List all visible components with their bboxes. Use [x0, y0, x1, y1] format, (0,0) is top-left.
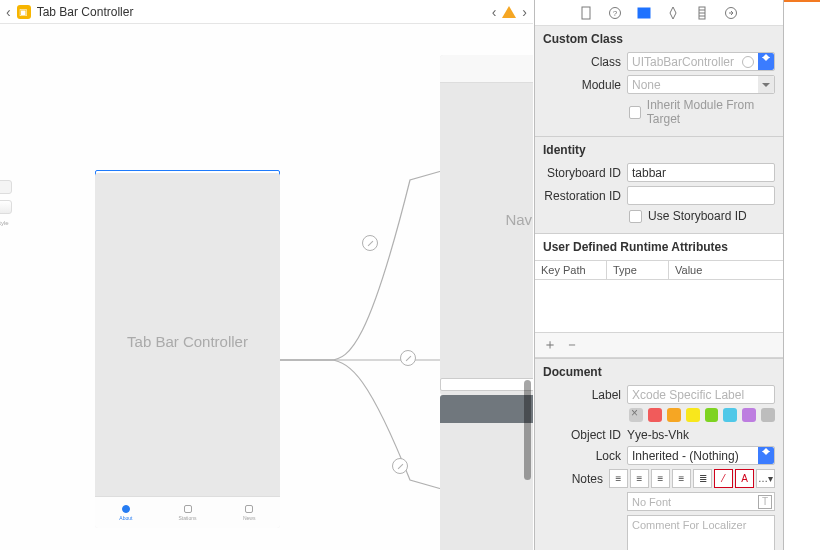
lock-combobox[interactable]: Inherited - (Nothing): [627, 446, 775, 465]
use-storyboard-id-checkbox[interactable]: [629, 210, 642, 223]
inspector-tabs: ?: [535, 0, 783, 26]
file-inspector-tab-icon[interactable]: [579, 6, 594, 20]
tab-label: About: [119, 515, 132, 521]
color-swatch-gray[interactable]: [761, 408, 775, 422]
connections-inspector-tab-icon[interactable]: [724, 6, 739, 20]
attributes-inspector-tab-icon[interactable]: [666, 6, 681, 20]
strike-button[interactable]: ∕: [714, 469, 733, 488]
section-heading: Identity: [543, 143, 775, 157]
class-value: UITabBarController: [632, 55, 734, 69]
align-center-button[interactable]: ≡: [630, 469, 649, 488]
restoration-id-input[interactable]: [627, 186, 775, 205]
use-storyboard-id-label: Use Storyboard ID: [648, 209, 747, 223]
module-combobox[interactable]: None: [627, 75, 775, 94]
object-id-value: Yye-bs-Vhk: [627, 428, 775, 442]
document-section: Document Label Xcode Specific Label × Ob…: [535, 359, 783, 550]
list-button[interactable]: ≣: [693, 469, 712, 488]
custom-class-section: Custom Class Class UITabBarController Mo…: [535, 26, 783, 137]
color-swatch-green[interactable]: [705, 408, 719, 422]
identity-inspector-panel: ? Custom Class Class UITabBarController …: [534, 0, 784, 550]
storyboard-file-icon: ▣: [17, 5, 31, 19]
warning-icon[interactable]: [502, 6, 516, 18]
color-swatch-none[interactable]: ×: [629, 408, 643, 422]
tab-label: News: [243, 515, 256, 521]
segue-badge-icon[interactable]: [362, 235, 378, 251]
breadcrumb-title[interactable]: Tab Bar Controller: [37, 5, 134, 19]
class-clear-icon[interactable]: [742, 56, 754, 68]
identity-inspector-tab-icon[interactable]: [637, 6, 652, 20]
class-combobox[interactable]: UITabBarController: [627, 52, 775, 71]
history-forward-arrow-icon[interactable]: ›: [522, 4, 527, 20]
align-right-button[interactable]: ≡: [651, 469, 670, 488]
more-tools-button[interactable]: …▾: [756, 469, 775, 488]
history-back-arrow-icon[interactable]: ‹: [492, 4, 497, 20]
help-inspector-tab-icon[interactable]: ?: [608, 6, 623, 20]
doc-label-placeholder: Xcode Specific Label: [632, 388, 744, 402]
storyboard-id-input[interactable]: tabbar: [627, 163, 775, 182]
tab-bar[interactable]: About Stations News: [95, 496, 280, 528]
scene-title-strip[interactable]: [440, 378, 533, 391]
bottom-scene[interactable]: [440, 395, 533, 550]
style-a-button[interactable]: A: [735, 469, 754, 488]
tabbar-controller-scene[interactable]: Tab Bar Controller About Stations News: [95, 173, 280, 528]
canvas-breadcrumb-bar: ‹ ▣ Tab Bar Controller ‹ ›: [0, 0, 533, 24]
scene-title: Tab Bar Controller: [95, 333, 280, 350]
restoration-id-label: Restoration ID: [543, 189, 621, 203]
doc-label-label: Label: [543, 388, 621, 402]
dropdown-caret-icon[interactable]: [758, 447, 774, 464]
notes-text-tools: ≡ ≡ ≡ ≡ ≣ ∕ A …▾: [609, 469, 775, 488]
udra-section: User Defined Runtime Attributes Key Path…: [535, 234, 783, 359]
segue-badge-icon[interactable]: [400, 350, 416, 366]
tab-item-about[interactable]: About: [95, 497, 157, 528]
module-value: None: [632, 78, 661, 92]
size-inspector-tab-icon[interactable]: [695, 6, 710, 20]
nav-bar-dark[interactable]: [440, 395, 533, 423]
lock-value: Inherited - (Nothing): [632, 449, 739, 463]
localizer-placeholder: Comment For Localizer: [632, 519, 746, 531]
module-label: Module: [543, 78, 621, 92]
udra-remove-button[interactable]: －: [565, 336, 579, 354]
font-placeholder: No Font: [632, 496, 671, 508]
canvas-offscreen-scene: Style: [0, 180, 12, 260]
segue-badge-icon[interactable]: [392, 458, 408, 474]
color-swatch-purple[interactable]: [742, 408, 756, 422]
tab-icon: [122, 505, 130, 513]
color-swatch-blue[interactable]: [723, 408, 737, 422]
udra-col-value[interactable]: Value: [669, 261, 783, 279]
svg-text:?: ?: [613, 9, 618, 18]
udra-table[interactable]: Key Path Type Value: [535, 260, 783, 332]
dropdown-caret-icon[interactable]: [758, 76, 774, 93]
scrollbar-thumb[interactable]: [524, 380, 531, 480]
section-heading: User Defined Runtime Attributes: [543, 240, 775, 254]
svg-rect-4: [640, 11, 643, 15]
storyboard-id-value: tabbar: [632, 166, 666, 180]
dropdown-caret-icon[interactable]: [758, 53, 774, 70]
section-heading: Document: [543, 365, 775, 379]
notes-label: Notes: [543, 472, 603, 486]
label-color-swatches: ×: [629, 408, 775, 422]
color-swatch-orange[interactable]: [667, 408, 681, 422]
localizer-comment-textarea[interactable]: Comment For Localizer: [627, 515, 775, 550]
class-label: Class: [543, 55, 621, 69]
color-swatch-yellow[interactable]: [686, 408, 700, 422]
font-selector[interactable]: No Font T: [627, 492, 775, 511]
color-swatch-red[interactable]: [648, 408, 662, 422]
scene-title: Navigati: [440, 211, 533, 228]
doc-label-input[interactable]: Xcode Specific Label: [627, 385, 775, 404]
navigation-controller-scene[interactable]: Navigati: [440, 55, 533, 395]
tab-item-stations[interactable]: Stations: [157, 497, 219, 528]
storyboard-id-label: Storyboard ID: [543, 166, 621, 180]
align-justify-button[interactable]: ≡: [672, 469, 691, 488]
align-left-button[interactable]: ≡: [609, 469, 628, 488]
nav-bar[interactable]: [440, 55, 533, 83]
inherit-module-label: Inherit Module From Target: [647, 98, 775, 126]
udra-add-button[interactable]: ＋: [543, 336, 557, 354]
tab-icon: [245, 505, 253, 513]
inherit-module-checkbox[interactable]: [629, 106, 641, 119]
font-picker-icon[interactable]: T: [758, 495, 772, 509]
tab-item-news[interactable]: News: [218, 497, 280, 528]
ib-canvas[interactable]: ‹ ▣ Tab Bar Controller ‹ › Style Tab Bar…: [0, 0, 533, 550]
udra-col-keypath[interactable]: Key Path: [535, 261, 607, 279]
history-back-icon[interactable]: ‹: [6, 4, 11, 20]
udra-col-type[interactable]: Type: [607, 261, 669, 279]
